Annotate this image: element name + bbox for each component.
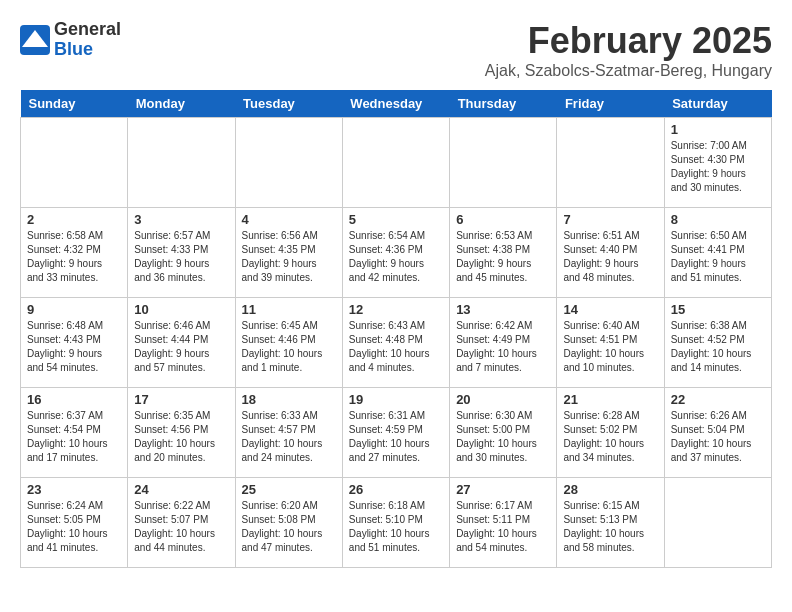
day-info: Sunrise: 6:31 AM Sunset: 4:59 PM Dayligh… xyxy=(349,409,443,465)
calendar-cell xyxy=(235,118,342,208)
week-row-4: 16Sunrise: 6:37 AM Sunset: 4:54 PM Dayli… xyxy=(21,388,772,478)
calendar-cell: 12Sunrise: 6:43 AM Sunset: 4:48 PM Dayli… xyxy=(342,298,449,388)
day-number: 6 xyxy=(456,212,550,227)
calendar-cell xyxy=(342,118,449,208)
day-info: Sunrise: 6:33 AM Sunset: 4:57 PM Dayligh… xyxy=(242,409,336,465)
day-info: Sunrise: 6:40 AM Sunset: 4:51 PM Dayligh… xyxy=(563,319,657,375)
header-monday: Monday xyxy=(128,90,235,118)
calendar-cell: 2Sunrise: 6:58 AM Sunset: 4:32 PM Daylig… xyxy=(21,208,128,298)
day-number: 23 xyxy=(27,482,121,497)
day-info: Sunrise: 6:43 AM Sunset: 4:48 PM Dayligh… xyxy=(349,319,443,375)
logo-blue-text: Blue xyxy=(54,40,121,60)
logo-general-text: General xyxy=(54,20,121,40)
calendar-cell: 25Sunrise: 6:20 AM Sunset: 5:08 PM Dayli… xyxy=(235,478,342,568)
day-info: Sunrise: 6:20 AM Sunset: 5:08 PM Dayligh… xyxy=(242,499,336,555)
week-row-2: 2Sunrise: 6:58 AM Sunset: 4:32 PM Daylig… xyxy=(21,208,772,298)
day-info: Sunrise: 6:53 AM Sunset: 4:38 PM Dayligh… xyxy=(456,229,550,285)
day-number: 15 xyxy=(671,302,765,317)
calendar-cell: 23Sunrise: 6:24 AM Sunset: 5:05 PM Dayli… xyxy=(21,478,128,568)
calendar-cell xyxy=(21,118,128,208)
calendar-cell: 8Sunrise: 6:50 AM Sunset: 4:41 PM Daylig… xyxy=(664,208,771,298)
day-info: Sunrise: 6:51 AM Sunset: 4:40 PM Dayligh… xyxy=(563,229,657,285)
day-number: 17 xyxy=(134,392,228,407)
day-info: Sunrise: 6:45 AM Sunset: 4:46 PM Dayligh… xyxy=(242,319,336,375)
calendar-cell: 22Sunrise: 6:26 AM Sunset: 5:04 PM Dayli… xyxy=(664,388,771,478)
day-info: Sunrise: 6:24 AM Sunset: 5:05 PM Dayligh… xyxy=(27,499,121,555)
day-info: Sunrise: 6:15 AM Sunset: 5:13 PM Dayligh… xyxy=(563,499,657,555)
day-number: 12 xyxy=(349,302,443,317)
calendar-cell xyxy=(450,118,557,208)
calendar-table: SundayMondayTuesdayWednesdayThursdayFrid… xyxy=(20,90,772,568)
calendar-cell: 20Sunrise: 6:30 AM Sunset: 5:00 PM Dayli… xyxy=(450,388,557,478)
day-info: Sunrise: 6:37 AM Sunset: 4:54 PM Dayligh… xyxy=(27,409,121,465)
day-number: 28 xyxy=(563,482,657,497)
calendar-cell: 13Sunrise: 6:42 AM Sunset: 4:49 PM Dayli… xyxy=(450,298,557,388)
day-info: Sunrise: 6:42 AM Sunset: 4:49 PM Dayligh… xyxy=(456,319,550,375)
day-info: Sunrise: 6:35 AM Sunset: 4:56 PM Dayligh… xyxy=(134,409,228,465)
day-number: 9 xyxy=(27,302,121,317)
day-info: Sunrise: 6:54 AM Sunset: 4:36 PM Dayligh… xyxy=(349,229,443,285)
day-number: 24 xyxy=(134,482,228,497)
calendar-cell: 21Sunrise: 6:28 AM Sunset: 5:02 PM Dayli… xyxy=(557,388,664,478)
header-saturday: Saturday xyxy=(664,90,771,118)
header-thursday: Thursday xyxy=(450,90,557,118)
calendar-cell: 15Sunrise: 6:38 AM Sunset: 4:52 PM Dayli… xyxy=(664,298,771,388)
calendar-cell: 27Sunrise: 6:17 AM Sunset: 5:11 PM Dayli… xyxy=(450,478,557,568)
calendar-cell xyxy=(128,118,235,208)
calendar-cell xyxy=(664,478,771,568)
day-info: Sunrise: 6:56 AM Sunset: 4:35 PM Dayligh… xyxy=(242,229,336,285)
day-number: 2 xyxy=(27,212,121,227)
calendar-cell: 19Sunrise: 6:31 AM Sunset: 4:59 PM Dayli… xyxy=(342,388,449,478)
day-info: Sunrise: 6:30 AM Sunset: 5:00 PM Dayligh… xyxy=(456,409,550,465)
calendar-cell: 4Sunrise: 6:56 AM Sunset: 4:35 PM Daylig… xyxy=(235,208,342,298)
calendar-cell: 9Sunrise: 6:48 AM Sunset: 4:43 PM Daylig… xyxy=(21,298,128,388)
title-section: February 2025 Ajak, Szabolcs-Szatmar-Ber… xyxy=(485,20,772,80)
day-number: 20 xyxy=(456,392,550,407)
header-row: SundayMondayTuesdayWednesdayThursdayFrid… xyxy=(21,90,772,118)
day-number: 1 xyxy=(671,122,765,137)
header-tuesday: Tuesday xyxy=(235,90,342,118)
day-number: 22 xyxy=(671,392,765,407)
calendar-cell: 18Sunrise: 6:33 AM Sunset: 4:57 PM Dayli… xyxy=(235,388,342,478)
day-number: 26 xyxy=(349,482,443,497)
day-number: 16 xyxy=(27,392,121,407)
month-title: February 2025 xyxy=(485,20,772,62)
day-number: 5 xyxy=(349,212,443,227)
calendar-cell xyxy=(557,118,664,208)
day-info: Sunrise: 6:38 AM Sunset: 4:52 PM Dayligh… xyxy=(671,319,765,375)
day-info: Sunrise: 7:00 AM Sunset: 4:30 PM Dayligh… xyxy=(671,139,765,195)
day-number: 27 xyxy=(456,482,550,497)
location-title: Ajak, Szabolcs-Szatmar-Bereg, Hungary xyxy=(485,62,772,80)
week-row-3: 9Sunrise: 6:48 AM Sunset: 4:43 PM Daylig… xyxy=(21,298,772,388)
week-row-5: 23Sunrise: 6:24 AM Sunset: 5:05 PM Dayli… xyxy=(21,478,772,568)
calendar-cell: 14Sunrise: 6:40 AM Sunset: 4:51 PM Dayli… xyxy=(557,298,664,388)
calendar-cell: 11Sunrise: 6:45 AM Sunset: 4:46 PM Dayli… xyxy=(235,298,342,388)
calendar-cell: 17Sunrise: 6:35 AM Sunset: 4:56 PM Dayli… xyxy=(128,388,235,478)
calendar-cell: 26Sunrise: 6:18 AM Sunset: 5:10 PM Dayli… xyxy=(342,478,449,568)
day-number: 8 xyxy=(671,212,765,227)
header: General Blue February 2025 Ajak, Szabolc… xyxy=(20,20,772,80)
calendar-cell: 7Sunrise: 6:51 AM Sunset: 4:40 PM Daylig… xyxy=(557,208,664,298)
calendar-cell: 16Sunrise: 6:37 AM Sunset: 4:54 PM Dayli… xyxy=(21,388,128,478)
calendar-cell: 1Sunrise: 7:00 AM Sunset: 4:30 PM Daylig… xyxy=(664,118,771,208)
calendar-cell: 28Sunrise: 6:15 AM Sunset: 5:13 PM Dayli… xyxy=(557,478,664,568)
day-number: 14 xyxy=(563,302,657,317)
day-info: Sunrise: 6:57 AM Sunset: 4:33 PM Dayligh… xyxy=(134,229,228,285)
day-number: 18 xyxy=(242,392,336,407)
calendar-cell: 3Sunrise: 6:57 AM Sunset: 4:33 PM Daylig… xyxy=(128,208,235,298)
day-info: Sunrise: 6:22 AM Sunset: 5:07 PM Dayligh… xyxy=(134,499,228,555)
logo-icon xyxy=(20,25,50,55)
logo-text: General Blue xyxy=(54,20,121,60)
day-number: 21 xyxy=(563,392,657,407)
day-info: Sunrise: 6:58 AM Sunset: 4:32 PM Dayligh… xyxy=(27,229,121,285)
header-sunday: Sunday xyxy=(21,90,128,118)
day-number: 13 xyxy=(456,302,550,317)
calendar-cell: 10Sunrise: 6:46 AM Sunset: 4:44 PM Dayli… xyxy=(128,298,235,388)
header-wednesday: Wednesday xyxy=(342,90,449,118)
day-number: 3 xyxy=(134,212,228,227)
day-info: Sunrise: 6:46 AM Sunset: 4:44 PM Dayligh… xyxy=(134,319,228,375)
header-friday: Friday xyxy=(557,90,664,118)
day-info: Sunrise: 6:28 AM Sunset: 5:02 PM Dayligh… xyxy=(563,409,657,465)
day-info: Sunrise: 6:48 AM Sunset: 4:43 PM Dayligh… xyxy=(27,319,121,375)
day-number: 25 xyxy=(242,482,336,497)
